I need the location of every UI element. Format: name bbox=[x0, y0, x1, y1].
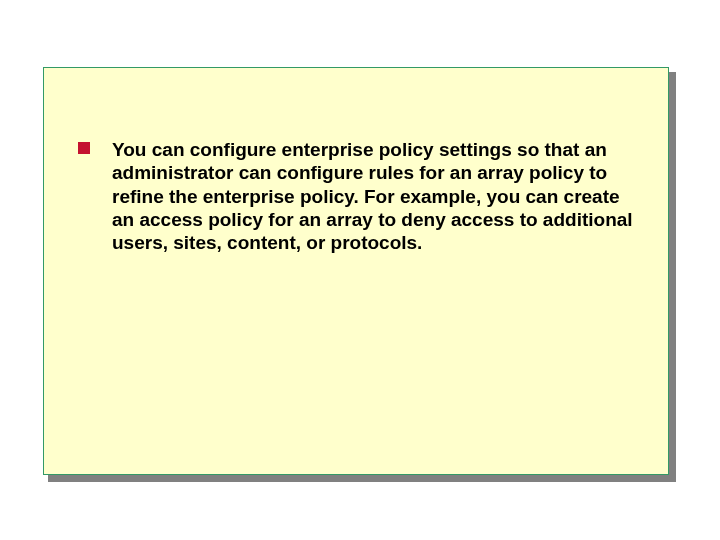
list-item: You can configure enterprise policy sett… bbox=[78, 138, 638, 255]
content-area: You can configure enterprise policy sett… bbox=[78, 138, 638, 255]
square-bullet-icon bbox=[78, 142, 90, 154]
content-panel: You can configure enterprise policy sett… bbox=[43, 67, 669, 475]
bullet-text: You can configure enterprise policy sett… bbox=[112, 138, 638, 255]
slide: You can configure enterprise policy sett… bbox=[0, 0, 720, 540]
